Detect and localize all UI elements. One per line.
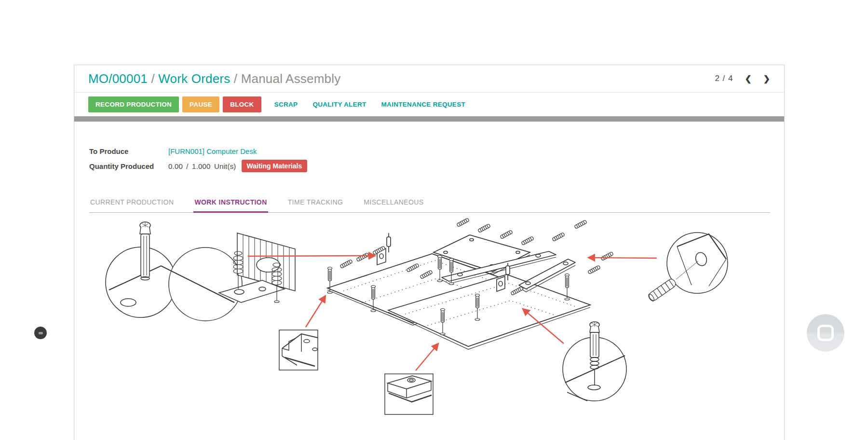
tab-time-tracking[interactable]: TIME TRACKING (287, 193, 344, 213)
to-produce-value-link[interactable]: [FURN001] Computer Desk (168, 147, 257, 155)
quantity-produced-value: 0.00 / 1.000 Unit(s) (168, 162, 236, 170)
to-produce-label: To Produce (89, 147, 168, 155)
maintenance-request-button[interactable]: MAINTENANCE REQUEST (381, 101, 465, 108)
pager-prev-icon[interactable]: ❮ (745, 75, 752, 83)
detail-inset-circle-right (647, 233, 728, 302)
tab-miscellaneous[interactable]: MISCELLANEOUS (363, 193, 424, 213)
scrap-button[interactable]: SCRAP (274, 101, 298, 108)
exploded-assembly (327, 218, 613, 349)
breadcrumb-separator: / (230, 71, 241, 86)
pause-button[interactable]: PAUSE (182, 96, 219, 112)
breadcrumb-work-orders-link[interactable]: Work Orders (158, 71, 230, 86)
quality-alert-button[interactable]: QUALITY ALERT (312, 101, 366, 108)
breadcrumb-separator: / (148, 71, 158, 86)
breadcrumb-mo-link[interactable]: MO/00001 (88, 71, 148, 86)
detail-inset-square-1 (279, 330, 318, 370)
quantity-produced-row: Quantity Produced 0.00 / 1.000 Unit(s) W… (89, 160, 770, 172)
breadcrumb: MO/00001 / Work Orders / Manual Assembly (88, 71, 340, 86)
to-produce-row: To Produce [FURN001] Computer Desk (89, 147, 770, 155)
pager: 2 / 4 ❮ ❯ (715, 74, 770, 83)
tab-bar: CURRENT PRODUCTION WORK INSTRUCTION TIME… (89, 193, 770, 213)
quantity-produced-label: Quantity Produced (89, 162, 168, 170)
pager-count: 2 / 4 (715, 74, 733, 83)
camera-lens-icon (39, 332, 43, 334)
breadcrumb-operation: Manual Assembly (241, 71, 341, 86)
detail-inset-blob (106, 222, 295, 321)
toolbar: RECORD PRODUCTION PAUSE BLOCK SCRAP QUAL… (74, 93, 784, 116)
record-production-button[interactable]: RECORD PRODUCTION (88, 96, 179, 112)
work-order-card: MO/00001 / Work Orders / Manual Assembly… (74, 65, 785, 440)
tablet-home-button[interactable] (807, 314, 844, 352)
pager-next-icon[interactable]: ❯ (763, 75, 770, 83)
title-row: MO/00001 / Work Orders / Manual Assembly… (74, 65, 784, 93)
fields-block: To Produce [FURN001] Computer Desk Quant… (89, 147, 770, 172)
tab-work-instruction[interactable]: WORK INSTRUCTION (193, 193, 268, 213)
work-instruction-diagram (74, 213, 785, 434)
detail-inset-circle-bottom (563, 322, 626, 401)
progress-strip (74, 116, 784, 122)
detail-inset-square-2 (385, 374, 433, 414)
tab-current-production[interactable]: CURRENT PRODUCTION (89, 193, 175, 213)
block-button[interactable]: BLOCK (223, 96, 261, 112)
status-badge: Waiting Materials (242, 160, 308, 172)
home-button-icon (817, 325, 834, 341)
tablet-camera-icon (34, 327, 47, 339)
